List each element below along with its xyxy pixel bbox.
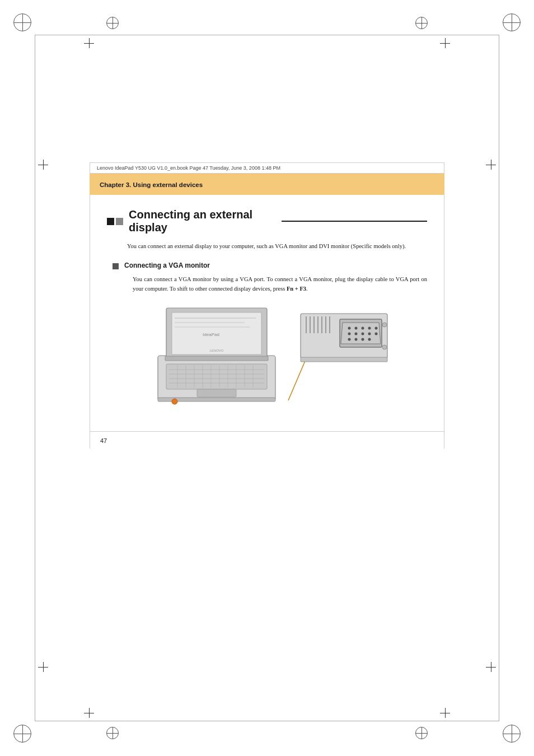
svg-rect-6 (166, 364, 267, 389)
chapter-header: Chapter 3. Using external devices (90, 174, 444, 195)
svg-point-24 (172, 399, 177, 404)
square-black (107, 218, 114, 225)
svg-point-41 (368, 327, 371, 330)
svg-rect-54 (301, 357, 387, 362)
square-gray (116, 218, 123, 225)
laptop-illustration: IdeaPad LENOVO (144, 302, 289, 412)
small-reg-mark-bot-r (415, 727, 428, 739)
svg-point-40 (362, 327, 364, 330)
svg-point-43 (348, 333, 351, 335)
svg-point-39 (355, 327, 358, 330)
diagram-container: IdeaPad LENOVO (144, 302, 390, 414)
svg-point-48 (348, 338, 351, 341)
sub-section-title: Connecting a VGA monitor (124, 262, 210, 269)
registration-mark-br (503, 725, 521, 743)
small-reg-mark-top-r (415, 17, 428, 29)
section-heading: Connecting an external display (107, 208, 427, 234)
svg-marker-37 (341, 323, 381, 344)
svg-rect-22 (165, 356, 268, 361)
sub-section-body: You can connect a VGA monitor by using a… (133, 275, 427, 294)
svg-point-51 (368, 338, 371, 341)
crosshair-top-l (84, 38, 94, 48)
registration-mark-bl (13, 725, 31, 743)
crosshair-left-b (38, 662, 48, 672)
crosshair-bot-l (84, 708, 94, 718)
page: Lenovo IdeaPad Y530 UG V1.0_en.book Page… (0, 0, 534, 756)
file-info-text: Lenovo IdeaPad Y530 UG V1.0_en.book Page… (97, 165, 280, 171)
sub-section-square (113, 263, 119, 269)
registration-mark-tl (13, 13, 31, 31)
keyboard-shortcut: Fn + F3 (287, 286, 306, 292)
section-title-line (282, 221, 428, 222)
svg-point-50 (362, 338, 364, 341)
sub-section-heading: Connecting a VGA monitor (113, 262, 427, 269)
page-number: 47 (100, 437, 107, 444)
svg-point-38 (348, 327, 351, 330)
svg-point-49 (355, 338, 358, 341)
section-squares (107, 218, 123, 225)
crosshair-bot-r (440, 708, 450, 718)
svg-text:IdeaPad: IdeaPad (203, 332, 219, 337)
page-number-area: 47 (90, 431, 444, 449)
svg-point-53 (382, 345, 387, 349)
main-content-wrapper: Lenovo IdeaPad Y530 UG V1.0_en.book Page… (90, 162, 444, 566)
crosshair-right-t (486, 160, 496, 170)
svg-text:LENOVO: LENOVO (209, 349, 223, 352)
registration-mark-tr (503, 13, 521, 31)
svg-point-52 (382, 323, 387, 327)
svg-point-47 (375, 333, 378, 335)
small-reg-mark-bot-l (106, 727, 119, 739)
small-reg-mark-top-l (106, 17, 119, 29)
section-title: Connecting an external display (129, 208, 275, 234)
main-content: Connecting an external display You can c… (90, 195, 444, 431)
crosshair-left-t (38, 160, 48, 170)
svg-point-42 (375, 327, 378, 330)
svg-point-45 (362, 333, 364, 335)
crosshair-top-r (440, 38, 450, 48)
chapter-header-text: Chapter 3. Using external devices (100, 181, 203, 188)
svg-point-46 (368, 333, 371, 335)
image-area: IdeaPad LENOVO (118, 302, 416, 414)
section-body: You can connect an external display to y… (127, 242, 427, 251)
svg-rect-21 (197, 389, 236, 397)
svg-point-44 (355, 333, 358, 335)
vga-port-illustration (298, 308, 390, 375)
file-info-bar: Lenovo IdeaPad Y530 UG V1.0_en.book Page… (90, 162, 444, 174)
crosshair-right-b (486, 662, 496, 672)
